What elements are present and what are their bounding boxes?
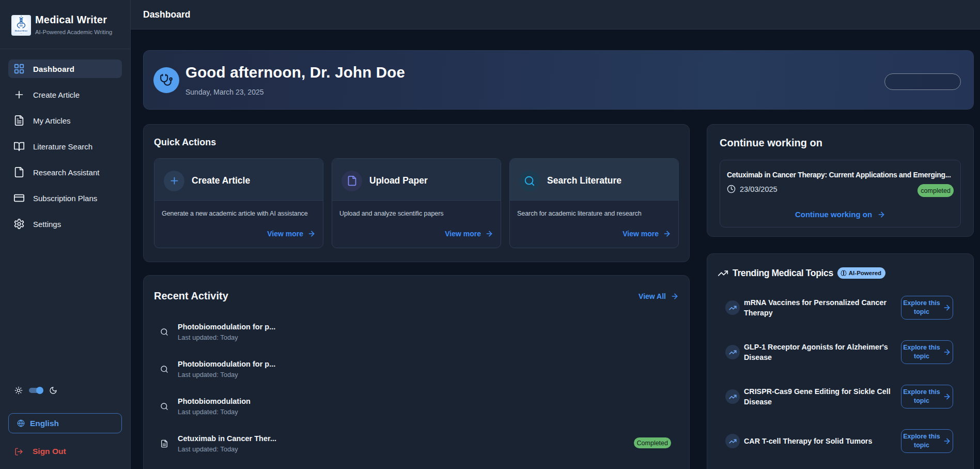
svg-text:Medical Writer: Medical Writer xyxy=(15,29,28,32)
svg-text:— est. —: — est. — xyxy=(19,32,24,34)
